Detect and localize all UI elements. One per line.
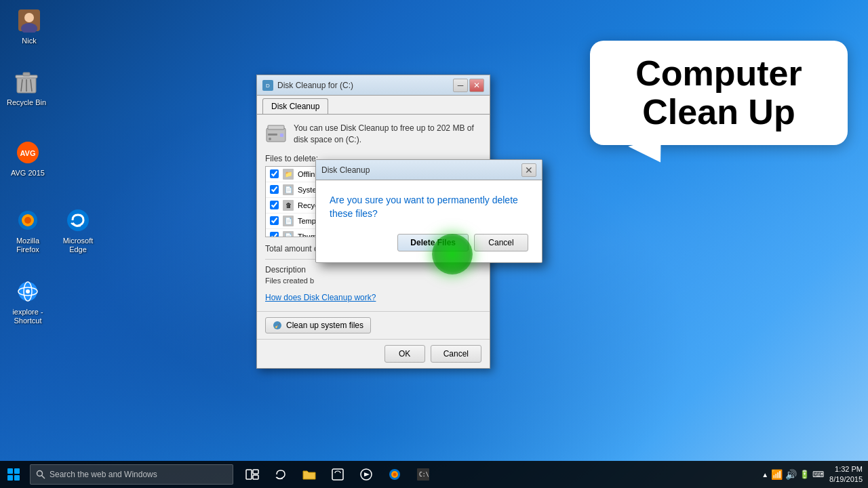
system-icon: 📄 bbox=[283, 184, 294, 195]
clean-system-button[interactable]: 🧹 Clean up system files bbox=[265, 317, 371, 333]
nick-label: Nick bbox=[22, 37, 36, 45]
taskbar-app-icons: C:\ bbox=[239, 461, 437, 488]
disk-cleanup-dialog-icon: D bbox=[262, 80, 273, 91]
system-tray-icons: ▲ 📶 🔊 🔋 ⌨ bbox=[762, 469, 824, 480]
description-text: Files created b bbox=[265, 276, 481, 286]
svg-point-18 bbox=[26, 289, 30, 293]
cursor-highlight bbox=[432, 234, 473, 274]
desktop-icon-firefox[interactable]: Mozilla Firefox bbox=[4, 207, 52, 254]
cancel-button[interactable]: Cancel bbox=[431, 345, 481, 363]
confirm-buttons: Delete Files Cancel bbox=[330, 234, 528, 251]
close-button[interactable]: ✕ bbox=[469, 79, 484, 92]
desktop-icon-edge[interactable]: Microsoft Edge bbox=[54, 207, 102, 254]
taskbar-time: 1:32 PM bbox=[829, 464, 863, 474]
avg-label: AVG 2015 bbox=[11, 169, 45, 178]
titlebar-controls: ─ ✕ bbox=[453, 79, 484, 92]
cleanup-drive-icon bbox=[265, 123, 287, 144]
desktop-icon-avg[interactable]: AVG AVG 2015 bbox=[4, 139, 52, 178]
start-button[interactable] bbox=[0, 461, 27, 488]
svg-line-29 bbox=[42, 476, 45, 479]
task-view-button[interactable] bbox=[239, 461, 266, 488]
minimize-button[interactable]: ─ bbox=[453, 79, 468, 92]
volume-icon[interactable]: 🔊 bbox=[785, 469, 797, 480]
offline-w-icon: 📁 bbox=[283, 169, 294, 180]
iexplore-label: iexplore - Shortcut bbox=[4, 308, 52, 325]
svg-rect-24 bbox=[268, 134, 277, 136]
avg-icon: AVG bbox=[14, 139, 41, 166]
cmd-button[interactable]: C:\ bbox=[410, 461, 437, 488]
recycle-checkbox[interactable] bbox=[270, 201, 279, 209]
svg-rect-22 bbox=[268, 125, 284, 129]
svg-rect-5 bbox=[23, 73, 30, 76]
svg-point-14 bbox=[67, 209, 89, 231]
svg-text:D: D bbox=[266, 83, 270, 89]
store-button[interactable] bbox=[324, 461, 351, 488]
confirm-dialog: Disk Cleanup ✕ Are you sure you want to … bbox=[315, 159, 542, 263]
task-view-icon bbox=[245, 469, 259, 480]
desktop-icon-iexplore[interactable]: iexplore - Shortcut bbox=[4, 278, 52, 325]
svg-point-25 bbox=[269, 138, 271, 140]
recycle-bin-label: Recycle Bin bbox=[7, 98, 46, 107]
network-icon[interactable]: 📶 bbox=[771, 469, 783, 480]
media-button[interactable] bbox=[353, 461, 380, 488]
search-placeholder: Search the web and Windows bbox=[50, 470, 157, 479]
clean-system-label: Clean up system files bbox=[286, 321, 363, 330]
keyboard-icon[interactable]: ⌨ bbox=[812, 470, 824, 479]
desktop-icon-nick[interactable]: Nick bbox=[5, 7, 53, 45]
iexplore-icon bbox=[14, 278, 41, 305]
svg-rect-23 bbox=[280, 134, 283, 137]
taskbar-right: ▲ 📶 🔊 🔋 ⌨ 1:32 PM 8/19/2015 bbox=[762, 464, 868, 485]
taskbar-clock[interactable]: 1:32 PM 8/19/2015 bbox=[829, 464, 863, 485]
edge-taskbar-button[interactable] bbox=[267, 461, 294, 488]
disk-cleanup-titlebar[interactable]: D Disk Cleanup for (C:) ─ ✕ bbox=[257, 75, 490, 96]
confirm-titlebar[interactable]: Disk Cleanup ✕ bbox=[316, 160, 542, 180]
speech-bubble-text: Computer Clean Up bbox=[610, 54, 827, 131]
edge-taskbar-icon bbox=[274, 468, 288, 481]
disk-cleanup-help-link[interactable]: How does Disk Cleanup work? bbox=[265, 293, 376, 302]
broom-icon: 🧹 bbox=[273, 321, 282, 330]
speech-line2: Clean Up bbox=[642, 92, 795, 131]
dialog-bottom: 🧹 Clean up system files bbox=[257, 311, 490, 339]
folder-icon bbox=[302, 468, 316, 481]
search-icon bbox=[36, 470, 45, 479]
svg-rect-31 bbox=[253, 470, 258, 474]
windows-logo-icon bbox=[7, 468, 20, 481]
edge-label: Microsoft Edge bbox=[54, 237, 102, 254]
dialog-header-text: You can use Disk Cleanup to free up to 2… bbox=[294, 123, 481, 146]
store-icon bbox=[331, 468, 344, 481]
confirm-cancel-button[interactable]: Cancel bbox=[474, 234, 528, 251]
confirm-close-button[interactable]: ✕ bbox=[521, 163, 536, 177]
svg-point-13 bbox=[24, 217, 31, 224]
svg-text:AVG: AVG bbox=[20, 149, 35, 157]
thumbn-icon: 📄 bbox=[283, 231, 294, 237]
recycle-icon: 🗑 bbox=[283, 200, 294, 211]
confirm-question: Are you sure you want to permanently del… bbox=[330, 194, 528, 220]
taskbar: Search the web and Windows bbox=[0, 461, 868, 488]
confirm-title: Disk Cleanup bbox=[321, 165, 521, 175]
tray-arrow-icon[interactable]: ▲ bbox=[762, 471, 768, 479]
firefox-taskbar-button[interactable] bbox=[381, 461, 408, 488]
dialog-tab: Disk Cleanup bbox=[257, 96, 490, 115]
speech-line1: Computer bbox=[635, 54, 802, 93]
file-explorer-button[interactable] bbox=[296, 461, 323, 488]
desktop: Nick Recycle Bin AVG AVG 2015 bbox=[0, 0, 868, 488]
nick-icon bbox=[16, 7, 43, 34]
speech-bubble: Computer Clean Up bbox=[590, 41, 848, 145]
taskbar-search-box[interactable]: Search the web and Windows bbox=[30, 464, 233, 485]
offline-w-checkbox[interactable] bbox=[270, 169, 279, 178]
desktop-icon-recycle-bin[interactable]: Recycle Bin bbox=[3, 68, 50, 107]
svg-rect-30 bbox=[246, 470, 252, 479]
ok-button[interactable]: OK bbox=[384, 345, 425, 363]
svg-marker-35 bbox=[364, 472, 370, 476]
svg-rect-32 bbox=[253, 475, 258, 479]
battery-icon[interactable]: 🔋 bbox=[800, 470, 810, 479]
disk-cleanup-tab[interactable]: Disk Cleanup bbox=[262, 98, 328, 114]
thumbn-checkbox[interactable] bbox=[270, 232, 279, 237]
svg-text:🧹: 🧹 bbox=[275, 323, 281, 329]
firefox-taskbar-icon bbox=[388, 468, 401, 481]
tempor-checkbox[interactable] bbox=[270, 216, 279, 225]
svg-point-38 bbox=[393, 473, 397, 476]
media-icon bbox=[359, 468, 373, 481]
tempor-icon: 📄 bbox=[283, 216, 294, 226]
system-checkbox[interactable] bbox=[270, 185, 279, 194]
